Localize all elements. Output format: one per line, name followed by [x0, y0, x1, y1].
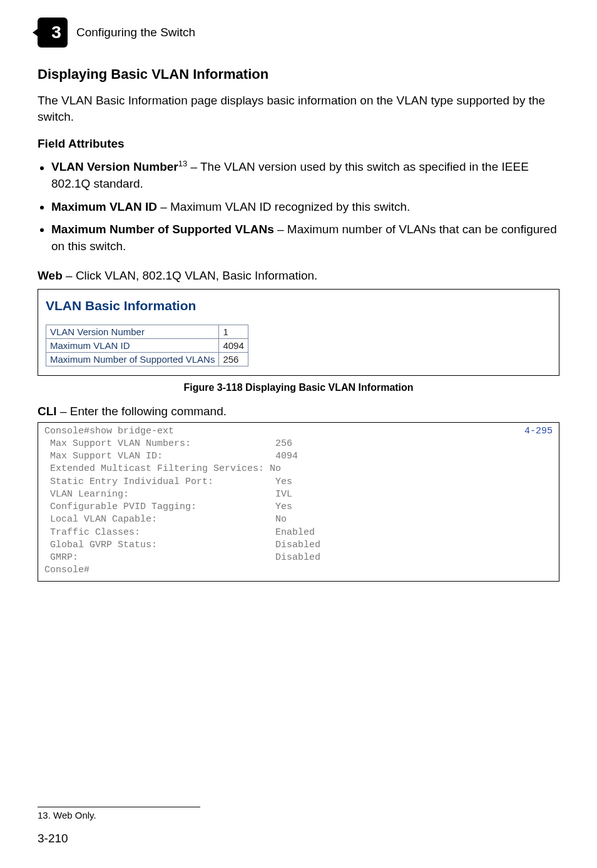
- chapter-badge: 3: [38, 18, 68, 48]
- cli-text: – Enter the following command.: [57, 405, 227, 418]
- attr-term: VLAN Version Number: [51, 161, 178, 174]
- cell-value: 256: [219, 352, 248, 366]
- cli-line: Global GVRP Status: Disabled: [44, 540, 320, 550]
- field-attributes-list: VLAN Version Number13 – The VLAN version…: [38, 158, 559, 255]
- web-instruction: Web – Click VLAN, 802.1Q VLAN, Basic Inf…: [38, 269, 559, 283]
- cli-line: Configurable PVID Tagging: Yes: [44, 502, 292, 512]
- cli-line: Console#: [44, 565, 89, 575]
- table-row: VLAN Version Number 1: [46, 325, 248, 338]
- vlan-info-panel: VLAN Basic Information VLAN Version Numb…: [38, 289, 559, 376]
- chapter-number: 3: [51, 23, 61, 43]
- cli-line: GMRP: Disabled: [44, 552, 320, 563]
- cell-value: 4094: [219, 338, 248, 352]
- web-text: – Click VLAN, 802.1Q VLAN, Basic Informa…: [63, 269, 318, 282]
- cli-output: 4-295Console#show bridge-ext Max Support…: [38, 422, 559, 582]
- cli-label: CLI: [38, 405, 57, 418]
- list-item: Maximum Number of Supported VLANs – Maxi…: [51, 221, 559, 255]
- cell-label: VLAN Version Number: [46, 325, 219, 338]
- cell-value: 1: [219, 325, 248, 338]
- figure-caption: Figure 3-118 Displaying Basic VLAN Infor…: [38, 382, 559, 393]
- section-heading: Displaying Basic VLAN Information: [38, 66, 559, 83]
- arrow-left-icon: [33, 26, 41, 39]
- cli-line: Console#show bridge-ext: [44, 426, 174, 437]
- panel-title: VLAN Basic Information: [46, 298, 551, 313]
- page-number: 3-210: [38, 832, 559, 845]
- page-header: 3 Configuring the Switch: [38, 18, 559, 48]
- cli-page-ref: 4-295: [524, 425, 553, 438]
- cell-label: Maximum VLAN ID: [46, 338, 219, 352]
- cli-line: Static Entry Individual Port: Yes: [44, 477, 292, 487]
- vlan-info-table: VLAN Version Number 1 Maximum VLAN ID 40…: [46, 325, 248, 366]
- table-row: Maximum Number of Supported VLANs 256: [46, 352, 248, 366]
- list-item: VLAN Version Number13 – The VLAN version…: [51, 158, 559, 193]
- cell-label: Maximum Number of Supported VLANs: [46, 352, 219, 366]
- cli-instruction: CLI – Enter the following command.: [38, 405, 559, 418]
- web-label: Web: [38, 269, 63, 282]
- cli-line: Extended Multicast Filtering Services: N…: [44, 463, 281, 474]
- attr-term: Maximum Number of Supported VLANs: [51, 223, 274, 236]
- table-row: Maximum VLAN ID 4094: [46, 338, 248, 352]
- footnote-ref: 13: [178, 159, 187, 168]
- header-title: Configuring the Switch: [76, 26, 195, 39]
- cli-line: Traffic Classes: Enabled: [44, 527, 315, 538]
- attr-term: Maximum VLAN ID: [51, 200, 157, 213]
- section-intro: The VLAN Basic Information page displays…: [38, 93, 559, 124]
- list-item: Maximum VLAN ID – Maximum VLAN ID recogn…: [51, 199, 559, 216]
- cli-line: Max Support VLAN ID: 4094: [44, 451, 298, 462]
- cli-line: Local VLAN Capable: No: [44, 514, 287, 525]
- footnote-rule: [38, 807, 200, 807]
- cli-line: Max Support VLAN Numbers: 256: [44, 438, 292, 449]
- attr-desc: – Maximum VLAN ID recognized by this swi…: [157, 200, 410, 213]
- footnote: 13. Web Only.: [38, 810, 559, 820]
- cli-line: VLAN Learning: IVL: [44, 489, 292, 500]
- field-attributes-heading: Field Attributes: [38, 137, 559, 151]
